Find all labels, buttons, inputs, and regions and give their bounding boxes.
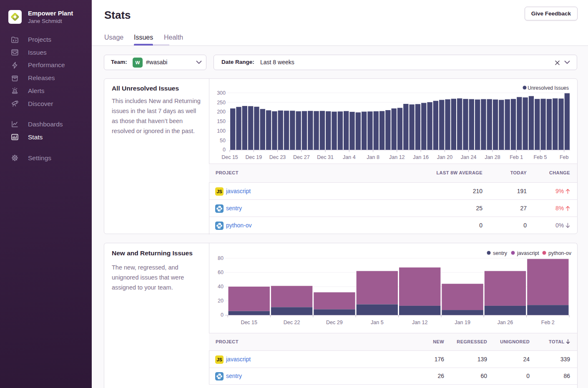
svg-text:python-ov: python-ov — [548, 250, 572, 256]
svg-text:Dec 22: Dec 22 — [284, 320, 300, 325]
svg-text:Jan 26: Jan 26 — [498, 320, 513, 325]
svg-text:Jan 19: Jan 19 — [455, 320, 470, 325]
svg-text:80: 80 — [218, 255, 224, 261]
svg-text:Jan 12: Jan 12 — [412, 320, 428, 325]
svg-text:Dec 15: Dec 15 — [241, 320, 257, 325]
svg-text:20: 20 — [218, 298, 224, 304]
svg-text:Dec 29: Dec 29 — [326, 320, 343, 325]
svg-text:Jan 5: Jan 5 — [371, 320, 384, 325]
svg-text:40: 40 — [218, 284, 224, 290]
svg-text:javascript: javascript — [517, 250, 539, 256]
svg-text:Feb 2: Feb 2 — [541, 320, 555, 325]
svg-text:60: 60 — [218, 270, 224, 275]
svg-text:sentry: sentry — [493, 250, 508, 256]
svg-text:0: 0 — [221, 312, 224, 318]
